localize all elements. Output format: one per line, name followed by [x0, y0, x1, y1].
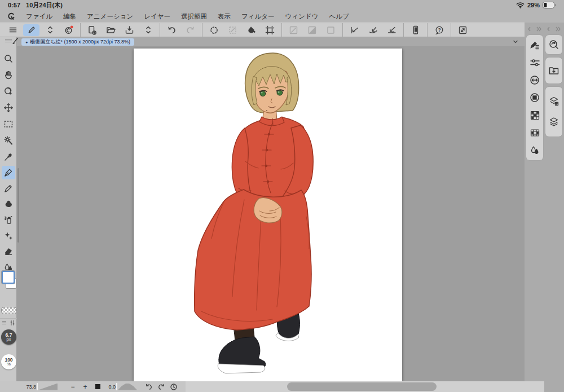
color-set-palette-icon[interactable]	[528, 109, 541, 121]
tool-property-palette-icon[interactable]	[528, 56, 541, 69]
hand-tool[interactable]	[2, 68, 15, 82]
zoom-tool[interactable]	[2, 52, 15, 65]
menu-window[interactable]: ウィンドウ	[285, 12, 319, 21]
canvas-page[interactable]	[134, 49, 402, 381]
character-artwork	[134, 49, 402, 381]
clock: 0:57	[8, 2, 20, 8]
rotate-left-button[interactable]	[143, 383, 155, 391]
layer-property-palette-icon[interactable]	[548, 95, 560, 108]
selection-marquee-tool[interactable]	[2, 117, 15, 131]
menu-layer[interactable]: レイヤー	[144, 12, 170, 21]
svg-text:?: ?	[438, 27, 440, 33]
frame-border-icon[interactable]	[262, 24, 278, 36]
new-canvas-icon[interactable]	[84, 24, 100, 36]
clip-studio-paint-logo-icon[interactable]	[7, 12, 15, 21]
rectangle-icon[interactable]	[323, 24, 339, 36]
gradient-icon[interactable]	[304, 24, 320, 36]
material-palette-icon[interactable]	[548, 64, 560, 77]
selection-launcher-icon[interactable]	[206, 24, 222, 36]
pencil-tool[interactable]	[2, 182, 15, 195]
tabbar-collapse-chevron-icon[interactable]	[512, 38, 519, 45]
pen-tool[interactable]	[2, 166, 15, 179]
palette-column-1	[526, 35, 543, 160]
sub-tool-palette-icon[interactable]	[528, 39, 541, 51]
rotation-slider-thumb[interactable]	[116, 383, 117, 390]
fill-command-icon[interactable]	[243, 24, 259, 36]
fit-to-screen-button[interactable]	[95, 384, 100, 389]
snap-to-ruler-icon[interactable]	[346, 24, 363, 36]
current-tool-pen-icon	[12, 37, 19, 45]
palette-dock	[525, 23, 564, 381]
document-tab[interactable]: ● 楊復国立ち絵* (1500 x 2000px 72dpi 73.8%)	[21, 38, 134, 46]
redo-icon[interactable]	[182, 24, 199, 36]
edit-tool-icon[interactable]	[23, 24, 39, 36]
zoom-slider-thumb[interactable]	[37, 383, 38, 390]
decoration-tool[interactable]	[2, 229, 15, 243]
deselect-icon[interactable]	[224, 24, 241, 36]
move-layer-tool[interactable]	[2, 101, 15, 114]
rotate-right-button[interactable]	[155, 383, 168, 391]
expand-chevrons-icon[interactable]	[42, 24, 58, 36]
color-mixing-palette-icon[interactable]	[528, 144, 541, 156]
navigator-palette-icon[interactable]	[548, 38, 560, 51]
transparent-color-swatch[interactable]	[1, 307, 17, 314]
horizontal-scrollbar-thumb[interactable]	[287, 382, 437, 391]
brush-size-palette-icon[interactable]	[528, 74, 541, 86]
menu-selection[interactable]: 選択範囲	[181, 12, 207, 21]
opacity-indicator[interactable]: 100 %	[1, 354, 16, 369]
menu-filter[interactable]: フィルター	[241, 12, 275, 21]
menu-edit[interactable]: 編集	[63, 12, 76, 21]
color-history-palette-icon[interactable]	[528, 126, 541, 139]
menu-help[interactable]: ヘルプ	[329, 12, 349, 21]
document-tab-bar: ● 楊復国立ち絵* (1500 x 2000px 72dpi 73.8%)	[17, 37, 525, 46]
palette-column-2-card-3	[545, 87, 562, 136]
tool-palette: 6.7 px 100 %	[0, 37, 17, 381]
horizontal-scrollbar-track[interactable]	[186, 381, 544, 392]
battery-icon	[543, 2, 556, 8]
canvas-area[interactable]	[17, 46, 525, 381]
fill-tool[interactable]	[2, 197, 15, 211]
open-file-icon[interactable]	[103, 24, 119, 36]
brush-size-indicator[interactable]: 6.7 px	[1, 329, 16, 345]
auto-select-tool[interactable]	[2, 134, 15, 147]
rotation-value: 0.0	[104, 384, 116, 390]
expand-left-chevrons-icon[interactable]	[536, 27, 542, 32]
expand-right-chevrons-icon[interactable]	[555, 27, 561, 32]
tool-column-divider	[0, 318, 17, 327]
zoom-value: 73.8	[23, 384, 36, 390]
palette-drag-handle[interactable]	[5, 39, 12, 43]
straight-line-icon[interactable]	[285, 24, 302, 36]
reset-rotation-button[interactable]	[168, 383, 180, 391]
main-color-swatch[interactable]	[2, 271, 15, 284]
menu-file[interactable]: ファイル	[26, 12, 52, 21]
hamburger-menu-icon[interactable]	[5, 24, 21, 36]
menu-view[interactable]: 表示	[218, 12, 231, 21]
color-wheel-palette-icon[interactable]	[528, 91, 541, 104]
eraser-tool[interactable]	[2, 245, 15, 258]
airbrush-tool[interactable]	[2, 213, 15, 227]
rotation-slider[interactable]	[118, 384, 137, 390]
collapse-right-chevron-icon[interactable]	[547, 27, 550, 32]
zoom-slider[interactable]	[38, 384, 58, 390]
save-export-icon[interactable]	[121, 24, 138, 36]
wifi-icon	[516, 2, 525, 8]
vertical-scrollbar-thumb[interactable]	[17, 168, 19, 243]
rotate-canvas-tool[interactable]	[2, 85, 15, 98]
undo-icon[interactable]	[164, 24, 180, 36]
companion-mode-icon[interactable]	[407, 24, 424, 36]
help-icon[interactable]: ?	[431, 24, 447, 36]
eyedropper-tool[interactable]	[2, 150, 15, 164]
menu-animation[interactable]: アニメーション	[87, 12, 133, 21]
collapse-left-chevron-icon[interactable]	[527, 27, 531, 32]
layer-palette-icon[interactable]	[548, 116, 560, 128]
fullscreen-icon[interactable]	[455, 24, 471, 36]
snap-to-special-ruler-icon[interactable]	[384, 24, 400, 36]
expand-chevrons-icon-2[interactable]	[140, 24, 156, 36]
clip-studio-app-icon[interactable]	[60, 24, 77, 36]
menu-bar: ファイル 編集 アニメーション レイヤー 選択範囲 表示 フィルター ウィンドウ…	[0, 10, 564, 23]
zoom-in-button[interactable]: +	[79, 383, 91, 391]
quick-settings-icon[interactable]	[10, 320, 15, 326]
unsaved-indicator: ●	[25, 38, 28, 46]
zoom-out-button[interactable]: −	[67, 383, 79, 391]
snap-to-curve-icon[interactable]	[365, 24, 381, 36]
